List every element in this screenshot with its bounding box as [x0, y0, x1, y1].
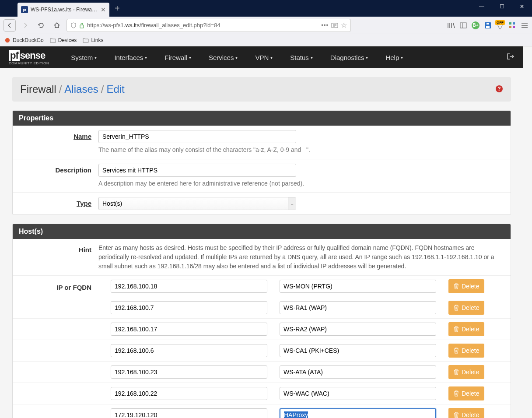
hosts-panel: Host(s) Hint Enter as many hosts as desi… [12, 224, 511, 418]
location-ext-icon[interactable]: OFF [496, 21, 504, 29]
window-controls: — ☐ ✕ [472, 0, 532, 13]
chevron-down-icon: ▾ [235, 55, 238, 60]
ip-label: IP or FQDN [19, 282, 98, 291]
host-desc-input[interactable]: WS-ATA (ATA) [280, 365, 436, 379]
svg-rect-11 [513, 22, 515, 25]
url-bar[interactable]: https://ws-pfs1.ws.its/firewall_aliases_… [66, 19, 351, 32]
svg-point-17 [5, 38, 10, 42]
sidebar-icon[interactable] [459, 21, 467, 29]
name-label: Name [19, 130, 98, 155]
close-window-button[interactable]: ✕ [512, 0, 532, 13]
host-desc-input[interactable]: WS-MON (PRTG) [280, 280, 436, 293]
bookmark-devices[interactable]: Devices [50, 37, 77, 43]
name-input[interactable] [98, 130, 296, 143]
forward-button [19, 19, 32, 32]
host-ip-input[interactable] [111, 344, 267, 357]
host-ip-input[interactable] [111, 323, 267, 336]
type-select[interactable]: Host(s) [98, 197, 296, 210]
delete-button[interactable]: Delete [448, 386, 484, 400]
host-ip-input[interactable] [111, 301, 267, 314]
browser-tab[interactable]: pf WS-PFS1a.ws.its - Firewall: Alias ✕ [18, 3, 109, 17]
folder-icon [50, 38, 56, 43]
save-ext-icon[interactable] [484, 21, 492, 29]
pfsense-logo[interactable]: pfsense COMMUNITY EDITION [9, 50, 49, 65]
ext-b-icon[interactable]: B+ [472, 21, 480, 29]
folder-icon [83, 38, 89, 43]
host-row: WS-RA2 (WAP)Delete [13, 319, 511, 340]
host-desc-input[interactable]: WS-RA2 (WAP) [280, 323, 436, 336]
browser-titlebar: pf WS-PFS1a.ws.its - Firewall: Alias ✕ +… [0, 0, 532, 17]
nav-item-help[interactable]: Help ▾ [377, 46, 412, 68]
nav-item-vpn[interactable]: VPN ▾ [246, 46, 281, 68]
nav-item-diagnostics[interactable]: Diagnostics ▾ [322, 46, 377, 68]
delete-button[interactable]: Delete [448, 344, 484, 358]
svg-rect-9 [486, 23, 489, 25]
new-tab-button[interactable]: + [109, 4, 125, 14]
breadcrumb: Firewall / Aliases / Edit ? [12, 77, 511, 102]
home-icon [53, 22, 60, 29]
host-desc-input[interactable]: WS-WAC (WAC) [280, 387, 436, 400]
bookmark-star-icon[interactable]: ☆ [341, 21, 347, 29]
svg-rect-5 [460, 23, 466, 28]
hint-label: Hint [19, 243, 98, 271]
menu-icon[interactable] [521, 21, 528, 29]
host-row: WS-CA1 (PKI+CES)Delete [13, 340, 511, 362]
delete-button[interactable]: Delete [448, 279, 484, 293]
trash-icon [454, 369, 459, 375]
chevron-down-icon: ▾ [189, 55, 191, 60]
host-ip-input[interactable] [111, 408, 267, 418]
svg-rect-8 [486, 26, 490, 28]
svg-rect-0 [80, 25, 84, 28]
delete-button[interactable]: Delete [448, 322, 484, 336]
favicon: pf [21, 6, 28, 13]
host-ip-input[interactable] [111, 387, 267, 400]
page-viewport: pfsense COMMUNITY EDITION System ▾Interf… [0, 46, 532, 418]
duckduckgo-icon [4, 38, 10, 43]
bookmark-duckduckgo[interactable]: DuckDuckGo [4, 37, 44, 43]
description-input[interactable] [98, 164, 296, 177]
ext-grid-icon[interactable] [508, 21, 516, 29]
host-ip-input[interactable] [111, 365, 267, 379]
host-row: WS-WAC (WAC)Delete [13, 383, 511, 404]
host-ip-input[interactable] [111, 280, 267, 293]
bookmark-links[interactable]: Links [83, 37, 103, 43]
chevron-down-icon: ▾ [145, 55, 147, 60]
back-button[interactable] [4, 19, 16, 32]
reload-button[interactable] [35, 19, 47, 32]
breadcrumb-aliases[interactable]: Aliases [64, 83, 98, 95]
svg-text:?: ? [497, 86, 500, 92]
library-icon[interactable] [447, 21, 455, 29]
delete-button[interactable]: Delete [448, 365, 484, 379]
minimize-button[interactable]: — [472, 0, 492, 13]
host-desc-input[interactable]: WS-CA1 (PKI+CES) [280, 344, 436, 357]
host-desc-input[interactable]: HAProxy [280, 408, 436, 418]
trash-icon [454, 348, 459, 354]
chevron-down-icon: ▾ [311, 55, 313, 60]
delete-button[interactable]: Delete [448, 301, 484, 315]
help-icon[interactable]: ? [495, 83, 503, 95]
chevron-down-icon: ▾ [401, 55, 403, 60]
reader-icon[interactable] [331, 23, 338, 28]
nav-item-system[interactable]: System ▾ [62, 46, 105, 68]
nav-item-services[interactable]: Services ▾ [200, 46, 247, 68]
maximize-button[interactable]: ☐ [492, 0, 512, 13]
svg-rect-12 [509, 26, 511, 28]
host-desc-input[interactable]: WS-RA1 (WAP) [280, 301, 436, 314]
chevron-down-icon: ▾ [94, 55, 97, 60]
page-actions-icon[interactable]: ••• [321, 22, 329, 28]
logout-icon[interactable] [507, 53, 514, 62]
bookmarks-bar: DuckDuckGo Devices Links [0, 34, 532, 46]
nav-item-firewall[interactable]: Firewall ▾ [156, 46, 200, 68]
nav-item-status[interactable]: Status ▾ [281, 46, 322, 68]
host-row: WS-RA1 (WAP)Delete [13, 297, 511, 319]
close-icon[interactable]: ✕ [101, 6, 106, 13]
lock-icon [79, 22, 84, 28]
host-row: IP or FQDNWS-MON (PRTG)Delete [13, 276, 511, 297]
svg-rect-13 [513, 26, 515, 28]
nav-item-interfaces[interactable]: Interfaces ▾ [105, 46, 156, 68]
breadcrumb-edit[interactable]: Edit [106, 83, 124, 95]
svg-rect-10 [509, 22, 511, 25]
home-button[interactable] [51, 19, 63, 32]
chevron-down-icon: ▾ [270, 55, 273, 60]
delete-button[interactable]: Delete [448, 408, 484, 418]
